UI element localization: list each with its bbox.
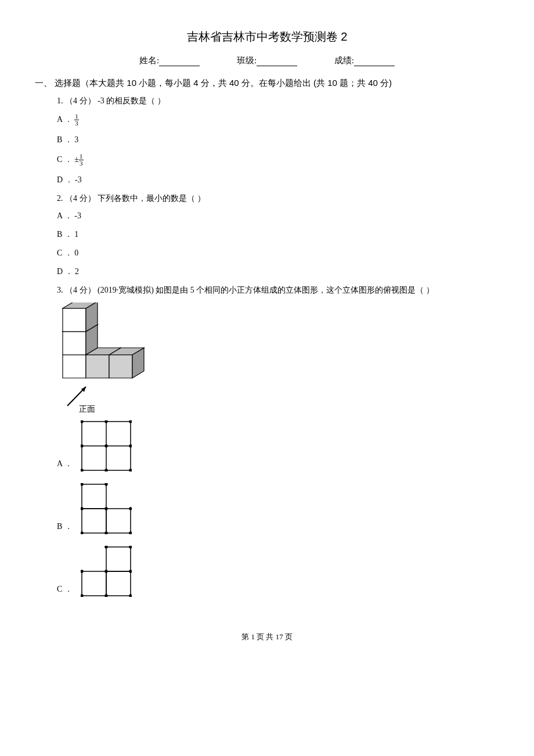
- q1-optA-den: 3: [74, 120, 79, 127]
- q3-optB-label: B ．: [57, 521, 73, 532]
- info-line: 姓名: 班级: 成绩:: [35, 55, 499, 66]
- q3-option-b: B ．: [57, 483, 499, 534]
- q1-option-d: D ． -3: [57, 175, 499, 185]
- q2-option-a: A ． -3: [57, 211, 499, 221]
- svg-point-18: [105, 420, 107, 423]
- q2-option-d: D ． 2: [57, 267, 499, 277]
- q3-optC-label: C ．: [57, 584, 73, 595]
- svg-point-44: [129, 570, 132, 573]
- svg-marker-6: [63, 332, 86, 355]
- footer-mid: 页 共: [255, 632, 276, 641]
- svg-point-30: [105, 483, 107, 485]
- question-3: 3. （4 分） (2019·宽城模拟) 如图是由 5 个相同的小正方体组成的立…: [57, 285, 499, 597]
- svg-point-20: [81, 445, 83, 447]
- svg-point-17: [81, 420, 83, 423]
- grid-2x2-icon: [81, 420, 132, 471]
- svg-rect-37: [106, 547, 131, 571]
- q3-stem: 3. （4 分） (2019·宽城模拟) 如图是由 5 个相同的小正方体组成的立…: [57, 285, 499, 296]
- score-blank[interactable]: [354, 56, 395, 66]
- grid-L-topright-icon: [81, 546, 132, 597]
- svg-point-24: [105, 469, 107, 471]
- svg-point-45: [81, 595, 83, 597]
- svg-point-25: [129, 469, 132, 471]
- svg-point-43: [105, 570, 107, 573]
- score-field: 成绩:: [334, 56, 395, 65]
- svg-point-21: [105, 445, 107, 447]
- svg-point-36: [129, 532, 132, 534]
- svg-rect-28: [106, 509, 131, 533]
- q1-stem: 1. （4 分） -3 的相反数是（ ）: [57, 96, 499, 106]
- svg-point-32: [105, 507, 107, 510]
- svg-point-35: [105, 532, 107, 534]
- name-field: 姓名:: [139, 56, 202, 65]
- svg-point-42: [81, 570, 83, 573]
- name-label: 姓名:: [139, 56, 159, 65]
- question-1: 1. （4 分） -3 的相反数是（ ） A ． 1 3 B ． 3 C ． ±…: [57, 96, 499, 185]
- q3-optA-label: A ．: [57, 459, 73, 469]
- svg-point-29: [81, 483, 83, 485]
- q1-option-b: B ． 3: [57, 135, 499, 145]
- svg-point-22: [129, 445, 132, 447]
- class-label: 班级:: [237, 56, 257, 65]
- class-blank[interactable]: [257, 56, 297, 66]
- grid-L-topleft-icon: [81, 483, 132, 534]
- q3-option-c: C ．: [57, 546, 499, 597]
- svg-rect-38: [82, 571, 106, 596]
- page-footer: 第 1 页 共 17 页: [35, 632, 499, 642]
- q2-option-c: C ． 0: [57, 248, 499, 258]
- svg-marker-9: [63, 308, 86, 332]
- class-field: 班级:: [237, 56, 300, 65]
- q1-optC-den: 3: [79, 160, 84, 167]
- footer-total: 17: [276, 632, 283, 641]
- q1-option-c: C ． ± 1 3: [57, 153, 499, 167]
- score-label: 成绩:: [334, 56, 354, 65]
- q2-stem: 2. （4 分） 下列各数中，最小的数是（ ）: [57, 193, 499, 204]
- q1-optA-label: A ．: [57, 115, 73, 124]
- svg-point-19: [129, 420, 132, 423]
- q1-optC-prefix: ±: [74, 155, 79, 164]
- svg-rect-39: [106, 571, 131, 596]
- q1-optC-label: C ．: [57, 155, 73, 164]
- svg-point-23: [81, 469, 83, 471]
- svg-point-33: [129, 507, 132, 510]
- question-2: 2. （4 分） 下列各数中，最小的数是（ ） A ． -3 B ． 1 C ．…: [57, 193, 499, 277]
- section-1-header: 一、 选择题（本大题共 10 小题，每小题 4 分，共 40 分。在每小题给出 …: [35, 78, 499, 89]
- q1-option-a: A ． 1 3: [57, 113, 499, 127]
- page-container: 吉林省吉林市中考数学预测卷 2 姓名: 班级: 成绩: 一、 选择题（本大题共 …: [0, 0, 534, 660]
- svg-point-47: [129, 595, 132, 597]
- fraction-icon: 1 3: [79, 153, 84, 167]
- svg-rect-26: [82, 484, 106, 509]
- svg-point-40: [105, 546, 107, 548]
- fraction-icon: 1 3: [74, 113, 79, 127]
- svg-marker-0: [63, 355, 86, 378]
- front-label: 正面: [79, 405, 95, 413]
- q3-option-a: A ．: [57, 420, 499, 471]
- svg-point-34: [81, 532, 83, 534]
- footer-prefix: 第: [241, 632, 251, 641]
- q2-option-b: B ． 1: [57, 229, 499, 240]
- svg-point-41: [129, 546, 132, 548]
- cube-figure-icon: 正面: [57, 303, 153, 416]
- name-blank[interactable]: [159, 56, 200, 66]
- svg-point-31: [81, 507, 83, 510]
- svg-marker-2: [109, 355, 132, 378]
- svg-rect-27: [82, 509, 106, 533]
- svg-point-46: [105, 595, 107, 597]
- footer-suffix: 页: [283, 632, 293, 641]
- document-title: 吉林省吉林市中考数学预测卷 2: [35, 29, 499, 45]
- svg-marker-1: [86, 355, 109, 378]
